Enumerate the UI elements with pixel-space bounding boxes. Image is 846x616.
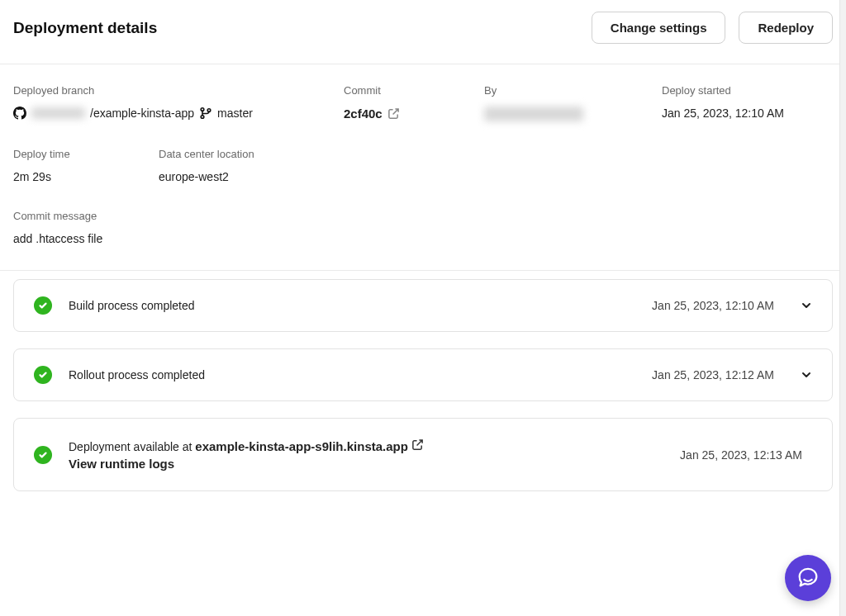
view-runtime-logs-link[interactable]: View runtime logs xyxy=(69,457,663,471)
label-deploy-time: Deploy time xyxy=(13,148,126,160)
branch-name: master xyxy=(217,107,253,120)
external-link-icon[interactable] xyxy=(387,107,400,120)
scrollbar-gutter xyxy=(839,0,846,616)
step-build-title: Build process completed xyxy=(69,299,635,312)
author-redacted xyxy=(484,107,583,121)
redeploy-button[interactable]: Redeploy xyxy=(739,12,833,44)
label-by: By xyxy=(484,84,629,97)
label-commit: Commit xyxy=(344,84,451,97)
chevron-down-icon[interactable] xyxy=(801,369,812,381)
page-title: Deployment details xyxy=(13,19,157,37)
step-deployment-available: Deployment available at example-kinsta-a… xyxy=(13,418,833,491)
step-rollout-time: Jan 25, 2023, 12:12 AM xyxy=(652,368,774,381)
success-check-icon xyxy=(34,296,52,315)
deployment-details: Deployed branch /example-kinsta-app mast… xyxy=(0,64,846,270)
step-available-time: Jan 25, 2023, 12:13 AM xyxy=(680,448,802,462)
commit-message-value: add .htaccess file xyxy=(13,232,833,245)
deployment-steps: Build process completed Jan 25, 2023, 12… xyxy=(0,271,846,524)
commit-hash[interactable]: 2cf40c xyxy=(344,107,383,121)
step-rollout-title: Rollout process completed xyxy=(69,368,635,381)
step-build[interactable]: Build process completed Jan 25, 2023, 12… xyxy=(13,279,833,332)
field-deploy-started: Deploy started Jan 25, 2023, 12:10 AM xyxy=(662,84,833,121)
repo-owner-redacted xyxy=(31,107,85,119)
label-data-center: Data center location xyxy=(159,148,833,160)
chevron-down-icon[interactable] xyxy=(801,300,812,311)
page-header: Deployment details Change settings Redep… xyxy=(0,0,846,64)
data-center-value: europe-west2 xyxy=(159,170,833,183)
label-deployed-branch: Deployed branch xyxy=(13,84,311,97)
field-commit: Commit 2cf40c xyxy=(344,84,451,121)
deploy-started-value: Jan 25, 2023, 12:10 AM xyxy=(662,107,833,120)
external-link-icon[interactable] xyxy=(411,438,424,451)
field-deploy-time: Deploy time 2m 29s xyxy=(13,148,126,183)
github-icon xyxy=(13,107,26,120)
label-commit-message: Commit message xyxy=(13,210,833,222)
step-rollout[interactable]: Rollout process completed Jan 25, 2023, … xyxy=(13,348,833,401)
label-deploy-started: Deploy started xyxy=(662,84,833,97)
success-check-icon xyxy=(34,366,52,384)
field-data-center: Data center location europe-west2 xyxy=(159,148,833,183)
step-build-time: Jan 25, 2023, 12:10 AM xyxy=(652,299,774,312)
deployment-domain[interactable]: example-kinsta-app-s9lih.kinsta.app xyxy=(195,439,408,453)
field-deployed-branch: Deployed branch /example-kinsta-app mast… xyxy=(13,84,311,121)
field-commit-message: Commit message add .htaccess file xyxy=(13,210,833,245)
header-actions: Change settings Redeploy xyxy=(592,12,833,44)
chat-widget-button[interactable] xyxy=(785,555,831,601)
deploy-time-value: 2m 29s xyxy=(13,170,126,183)
git-branch-icon xyxy=(199,107,212,120)
change-settings-button[interactable]: Change settings xyxy=(592,12,726,44)
success-check-icon xyxy=(34,446,52,464)
deployment-available-label: Deployment available at xyxy=(69,440,195,453)
field-by: By xyxy=(484,84,629,121)
repo-path: /example-kinsta-app xyxy=(90,107,194,120)
